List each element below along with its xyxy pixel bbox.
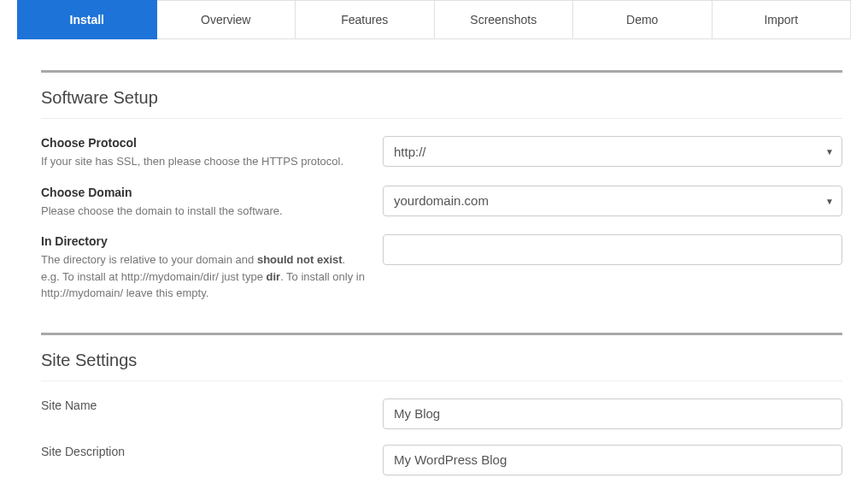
row-domain: Choose Domain Please choose the domain t… [41, 186, 842, 220]
input-site-description[interactable] [383, 445, 842, 475]
label-protocol: Choose Protocol [41, 136, 366, 150]
tab-screenshots[interactable]: Screenshots [435, 0, 574, 39]
divider-thin [41, 381, 842, 381]
label-site-description: Site Description [41, 445, 366, 458]
row-site-name: Site Name [41, 398, 842, 429]
tab-install[interactable]: Install [17, 0, 157, 39]
input-directory[interactable] [383, 234, 842, 265]
label-directory: In Directory [41, 234, 366, 248]
select-domain[interactable]: yourdomain.com [383, 186, 842, 216]
row-protocol: Choose Protocol If your site has SSL, th… [41, 136, 842, 170]
divider-thin [41, 118, 842, 119]
hint-domain: Please choose the domain to install the … [41, 203, 366, 220]
tab-features[interactable]: Features [296, 0, 435, 39]
label-site-name: Site Name [41, 398, 366, 412]
input-site-name[interactable] [383, 398, 842, 429]
row-directory: In Directory The directory is relative t… [41, 234, 842, 302]
tab-bar: Install Overview Features Screenshots De… [17, 0, 851, 39]
row-site-description: Site Description [41, 445, 842, 475]
tab-demo[interactable]: Demo [573, 0, 713, 39]
hint-directory: The directory is relative to your domain… [41, 251, 366, 302]
select-protocol[interactable]: http:// [383, 136, 842, 167]
label-domain: Choose Domain [41, 186, 366, 199]
tab-overview[interactable]: Overview [157, 0, 296, 39]
tab-import[interactable]: Import [713, 0, 852, 39]
hint-protocol: If your site has SSL, then please choose… [41, 153, 366, 170]
section-title-software-setup: Software Setup [41, 73, 842, 118]
section-title-site-settings: Site Settings [41, 335, 842, 381]
